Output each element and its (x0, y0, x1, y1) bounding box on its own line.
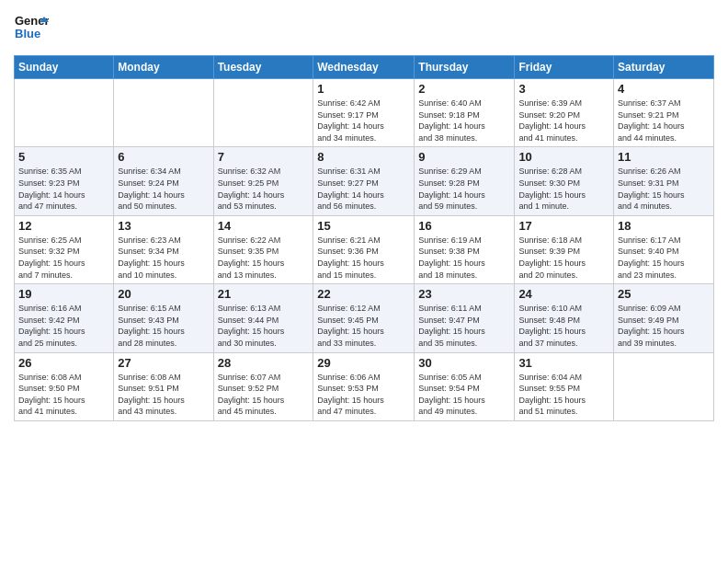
weekday-header-friday: Friday (515, 56, 614, 79)
cell-line: Sunrise: 6:28 AM (518, 167, 582, 176)
cell-line: Sunrise: 6:08 AM (118, 373, 181, 382)
cell-line: and 47 minutes. (18, 201, 77, 211)
calendar-cell (114, 79, 213, 147)
cell-content: Sunrise: 6:35 AMSunset: 9:23 PMDaylight:… (18, 166, 109, 212)
calendar-cell: 12Sunrise: 6:25 AMSunset: 9:32 PMDayligh… (15, 215, 114, 283)
cell-line: Sunrise: 6:04 AM (518, 373, 582, 382)
cell-content: Sunrise: 6:15 AMSunset: 9:43 PMDaylight:… (118, 303, 209, 349)
cell-line: Sunset: 9:51 PM (118, 384, 179, 393)
cell-line: Sunrise: 6:10 AM (518, 304, 582, 313)
cell-line: Daylight: 15 hours (218, 327, 285, 336)
cell-line: Sunrise: 6:40 AM (418, 98, 482, 108)
cell-line: Daylight: 15 hours (317, 327, 384, 336)
calendar-cell: 19Sunrise: 6:16 AMSunset: 9:42 PMDayligh… (15, 284, 114, 352)
day-number: 18 (618, 219, 710, 233)
cell-line: Sunset: 9:45 PM (317, 316, 379, 325)
logo: General Blue (14, 9, 49, 48)
cell-line: Sunrise: 6:39 AM (518, 98, 582, 108)
week-row-1: 1Sunrise: 6:42 AMSunset: 9:17 PMDaylight… (15, 79, 714, 147)
cell-line: Sunrise: 6:07 AM (218, 373, 281, 382)
day-number: 14 (218, 219, 310, 233)
day-number: 7 (218, 150, 310, 164)
cell-line: Daylight: 15 hours (218, 396, 285, 405)
cell-content: Sunrise: 6:28 AMSunset: 9:30 PMDaylight:… (518, 166, 609, 212)
cell-line: Sunset: 9:35 PM (218, 247, 279, 256)
cell-line: Daylight: 15 hours (317, 259, 384, 268)
cell-line: Sunrise: 6:42 AM (317, 98, 381, 108)
day-number: 26 (18, 356, 109, 370)
cell-line: and 43 minutes. (118, 407, 176, 416)
cell-content: Sunrise: 6:42 AMSunset: 9:17 PMDaylight:… (317, 98, 410, 144)
cell-line: Sunset: 9:43 PM (118, 316, 179, 325)
calendar-cell: 26Sunrise: 6:08 AMSunset: 9:50 PMDayligh… (15, 352, 114, 420)
cell-content: Sunrise: 6:29 AMSunset: 9:28 PMDaylight:… (418, 166, 510, 212)
cell-content: Sunrise: 6:26 AMSunset: 9:31 PMDaylight:… (618, 166, 710, 212)
cell-line: Sunset: 9:28 PM (418, 178, 480, 188)
cell-line: Daylight: 15 hours (618, 190, 685, 200)
cell-line: and 23 minutes. (618, 270, 677, 280)
cell-line: Sunrise: 6:06 AM (317, 373, 381, 382)
calendar-cell: 20Sunrise: 6:15 AMSunset: 9:43 PMDayligh… (114, 284, 213, 352)
cell-content: Sunrise: 6:05 AMSunset: 9:54 PMDaylight:… (418, 372, 510, 418)
cell-line: and 10 minutes. (118, 270, 176, 280)
week-row-5: 26Sunrise: 6:08 AMSunset: 9:50 PMDayligh… (15, 352, 714, 420)
cell-line: and 50 minutes. (118, 201, 176, 211)
calendar-cell: 2Sunrise: 6:40 AMSunset: 9:18 PMDaylight… (415, 79, 515, 147)
cell-line: Sunset: 9:21 PM (618, 110, 679, 120)
cell-line: Sunset: 9:47 PM (418, 316, 480, 325)
cell-line: Sunset: 9:39 PM (518, 247, 580, 256)
cell-content: Sunrise: 6:34 AMSunset: 9:24 PMDaylight:… (118, 166, 209, 212)
cell-line: Sunrise: 6:22 AM (218, 236, 281, 245)
cell-line: Daylight: 15 hours (518, 190, 586, 200)
cell-line: Daylight: 15 hours (418, 259, 485, 268)
cell-line: Daylight: 15 hours (418, 396, 485, 405)
cell-line: and 7 minutes. (18, 270, 73, 280)
cell-line: and 39 minutes. (618, 339, 677, 348)
weekday-header-thursday: Thursday (415, 56, 515, 79)
calendar-cell: 3Sunrise: 6:39 AMSunset: 9:20 PMDaylight… (515, 79, 614, 147)
cell-line: and 25 minutes. (18, 339, 77, 348)
cell-line: and 18 minutes. (418, 270, 477, 280)
cell-line: Daylight: 15 hours (18, 259, 85, 268)
weekday-header-saturday: Saturday (614, 56, 714, 79)
cell-line: and 28 minutes. (118, 339, 176, 348)
cell-line: Sunset: 9:55 PM (518, 384, 580, 393)
cell-content: Sunrise: 6:08 AMSunset: 9:50 PMDaylight:… (18, 372, 109, 418)
cell-line: Sunset: 9:36 PM (317, 247, 379, 256)
cell-line: Sunrise: 6:25 AM (18, 236, 82, 245)
calendar-cell: 1Sunrise: 6:42 AMSunset: 9:17 PMDaylight… (313, 79, 415, 147)
cell-line: Sunset: 9:42 PM (18, 316, 80, 325)
cell-line: Daylight: 15 hours (218, 259, 285, 268)
cell-content: Sunrise: 6:21 AMSunset: 9:36 PMDaylight:… (317, 235, 410, 281)
cell-line: and 44 minutes. (618, 133, 677, 143)
day-number: 15 (317, 219, 410, 233)
calendar-cell: 18Sunrise: 6:17 AMSunset: 9:40 PMDayligh… (614, 215, 714, 283)
cell-line: and 30 minutes. (218, 339, 277, 348)
calendar-cell: 13Sunrise: 6:23 AMSunset: 9:34 PMDayligh… (114, 215, 213, 283)
cell-line: Sunset: 9:54 PM (418, 384, 480, 393)
cell-line: and 45 minutes. (218, 407, 277, 416)
weekday-header-row: SundayMondayTuesdayWednesdayThursdayFrid… (15, 56, 714, 79)
day-number: 10 (518, 150, 609, 164)
day-number: 30 (418, 356, 510, 370)
calendar-cell: 22Sunrise: 6:12 AMSunset: 9:45 PMDayligh… (313, 284, 415, 352)
cell-content: Sunrise: 6:39 AMSunset: 9:20 PMDaylight:… (518, 98, 609, 144)
cell-line: Sunrise: 6:11 AM (418, 304, 482, 313)
cell-content: Sunrise: 6:07 AMSunset: 9:52 PMDaylight:… (218, 372, 310, 418)
cell-line: Sunset: 9:34 PM (118, 247, 179, 256)
cell-line: and 4 minutes. (618, 201, 672, 211)
cell-line: Sunset: 9:24 PM (118, 178, 179, 188)
cell-line: Daylight: 14 hours (518, 121, 586, 131)
calendar-cell (15, 79, 114, 147)
cell-content: Sunrise: 6:04 AMSunset: 9:55 PMDaylight:… (518, 372, 609, 418)
cell-content: Sunrise: 6:16 AMSunset: 9:42 PMDaylight:… (18, 303, 109, 349)
cell-content: Sunrise: 6:25 AMSunset: 9:32 PMDaylight:… (18, 235, 109, 281)
day-number: 16 (418, 219, 510, 233)
cell-line: Sunset: 9:44 PM (218, 316, 279, 325)
day-number: 31 (518, 356, 609, 370)
cell-line: Sunset: 9:31 PM (618, 178, 679, 188)
calendar-cell: 11Sunrise: 6:26 AMSunset: 9:31 PMDayligh… (614, 147, 714, 215)
cell-line: Sunrise: 6:18 AM (518, 236, 582, 245)
cell-content: Sunrise: 6:23 AMSunset: 9:34 PMDaylight:… (118, 235, 209, 281)
cell-line: Daylight: 14 hours (317, 121, 384, 131)
